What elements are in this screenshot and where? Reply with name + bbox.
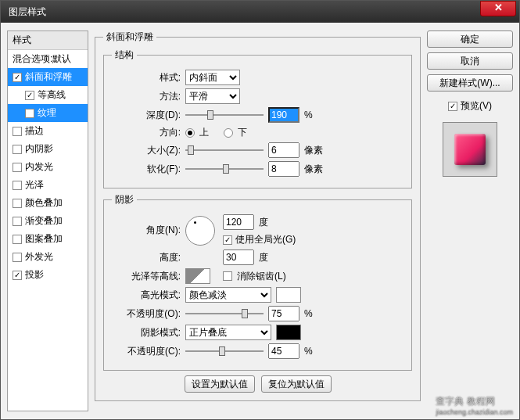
shadow-mode-select[interactable]: 正片叠底 <box>185 325 271 340</box>
style-item[interactable]: 内阴影 <box>8 140 88 158</box>
global-light-checkbox[interactable] <box>223 235 232 245</box>
style-item-checkbox[interactable] <box>13 235 22 244</box>
depth-input[interactable] <box>268 107 299 123</box>
direction-label: 方向: <box>112 126 181 139</box>
altitude-input[interactable] <box>223 249 254 265</box>
style-item[interactable]: 投影 <box>8 266 88 284</box>
direction-down-radio[interactable] <box>224 128 233 138</box>
soften-label: 软化(F): <box>112 163 181 176</box>
style-list-header: 样式 <box>8 31 88 50</box>
style-item[interactable]: 内发光 <box>8 158 88 176</box>
depth-slider[interactable] <box>185 109 264 121</box>
style-item-label: 内阴影 <box>25 142 53 156</box>
style-item[interactable]: 图案叠加 <box>8 230 88 248</box>
altitude-label: 高度: <box>112 251 181 264</box>
layer-style-dialog: 图层样式 ✕ 样式 混合选项:默认 斜面和浮雕等高线纹理描边内阴影内发光光泽颜色… <box>0 0 520 420</box>
style-item[interactable]: 纹理 <box>8 104 88 122</box>
set-default-button[interactable]: 设置为默认值 <box>185 375 255 393</box>
soften-slider[interactable] <box>185 163 264 175</box>
style-item-checkbox[interactable] <box>13 127 22 136</box>
close-button[interactable]: ✕ <box>480 1 516 16</box>
style-item[interactable]: 颜色叠加 <box>8 194 88 212</box>
size-slider[interactable] <box>185 144 264 156</box>
highlight-color-swatch[interactable] <box>276 287 301 303</box>
window-title: 图层样式 <box>4 5 480 19</box>
preview-label: 预览(V) <box>461 99 492 113</box>
style-item[interactable]: 描边 <box>8 122 88 140</box>
style-label: 样式: <box>112 71 181 84</box>
shadow-opacity-slider[interactable] <box>185 345 264 357</box>
right-panel: 确定 取消 新建样式(W)... 预览(V) <box>427 31 513 411</box>
style-item-label: 外发光 <box>25 250 53 264</box>
style-item-checkbox[interactable] <box>25 109 34 118</box>
style-item[interactable]: 等高线 <box>8 86 88 104</box>
style-item-checkbox[interactable] <box>13 271 22 280</box>
style-item-checkbox[interactable] <box>13 73 22 82</box>
gloss-contour-picker[interactable] <box>185 268 210 284</box>
style-item-label: 描边 <box>25 124 44 138</box>
shadow-opacity-label: 不透明度(C): <box>112 345 181 358</box>
style-item-label: 光泽 <box>25 178 44 192</box>
style-item[interactable]: 光泽 <box>8 176 88 194</box>
style-item-checkbox[interactable] <box>13 181 22 190</box>
style-item-label: 斜面和浮雕 <box>25 70 72 84</box>
style-item-checkbox[interactable] <box>13 199 22 208</box>
angle-label: 角度(N): <box>112 224 181 237</box>
style-item-label: 渐变叠加 <box>25 214 63 228</box>
style-item-checkbox[interactable] <box>13 163 22 172</box>
preview-sample <box>454 134 486 165</box>
style-item-checkbox[interactable] <box>13 145 22 154</box>
method-select[interactable]: 平滑 <box>185 88 240 104</box>
style-item[interactable]: 外发光 <box>8 248 88 266</box>
style-list: 样式 混合选项:默认 斜面和浮雕等高线纹理描边内阴影内发光光泽颜色叠加渐变叠加图… <box>7 31 88 411</box>
cancel-button[interactable]: 取消 <box>427 52 513 70</box>
style-item-checkbox[interactable] <box>13 253 22 262</box>
gloss-contour-label: 光泽等高线: <box>112 270 181 283</box>
style-item-label: 图案叠加 <box>25 232 63 246</box>
style-item-label: 纹理 <box>38 106 56 120</box>
soften-input[interactable] <box>268 161 299 177</box>
highlight-mode-select[interactable]: 颜色减淡 <box>185 287 271 303</box>
style-item[interactable]: 斜面和浮雕 <box>8 68 88 86</box>
highlight-opacity-label: 不透明度(O): <box>112 307 181 321</box>
style-item-label: 等高线 <box>38 88 66 102</box>
shadow-opacity-input[interactable] <box>268 343 299 359</box>
settings-panel: 斜面和浮雕 结构 样式: 内斜面 方法: 平滑 深度(D): <box>95 31 421 411</box>
preview-box <box>443 122 497 177</box>
angle-dial[interactable] <box>185 216 215 246</box>
method-label: 方法: <box>112 90 181 103</box>
style-item[interactable]: 渐变叠加 <box>8 212 88 230</box>
size-input[interactable] <box>268 142 299 158</box>
preview-checkbox[interactable] <box>448 102 457 111</box>
structure-group: 结构 样式: 内斜面 方法: 平滑 深度(D): % <box>103 48 412 188</box>
shading-group: 阴影 角度(N): 度 使用全局光(G) <box>103 193 412 371</box>
direction-up-radio[interactable] <box>185 128 195 138</box>
style-item-checkbox[interactable] <box>13 217 22 226</box>
panel-title: 斜面和浮雕 <box>103 31 156 44</box>
size-label: 大小(Z): <box>112 144 181 157</box>
style-item-label: 投影 <box>25 268 44 282</box>
style-item-checkbox[interactable] <box>25 91 34 100</box>
bevel-group: 斜面和浮雕 结构 样式: 内斜面 方法: 平滑 深度(D): <box>95 31 421 401</box>
titlebar: 图层样式 ✕ <box>1 1 519 23</box>
angle-input[interactable] <box>223 214 254 230</box>
highlight-opacity-slider[interactable] <box>185 307 264 320</box>
style-select[interactable]: 内斜面 <box>185 70 240 85</box>
ok-button[interactable]: 确定 <box>427 31 513 48</box>
watermark: 查字典 教程网 jiaocheng.chazidian.com <box>436 395 513 416</box>
blend-options-item[interactable]: 混合选项:默认 <box>8 50 88 68</box>
highlight-opacity-input[interactable] <box>268 306 299 321</box>
highlight-mode-label: 高光模式: <box>112 289 181 302</box>
shadow-mode-label: 阴影模式: <box>112 326 181 339</box>
new-style-button[interactable]: 新建样式(W)... <box>427 74 513 92</box>
depth-label: 深度(D): <box>112 109 181 122</box>
style-item-label: 内发光 <box>25 160 53 174</box>
antialias-checkbox[interactable] <box>223 271 232 281</box>
reset-default-button[interactable]: 复位为默认值 <box>261 375 332 393</box>
shadow-color-swatch[interactable] <box>276 325 301 340</box>
style-item-label: 颜色叠加 <box>25 196 63 210</box>
